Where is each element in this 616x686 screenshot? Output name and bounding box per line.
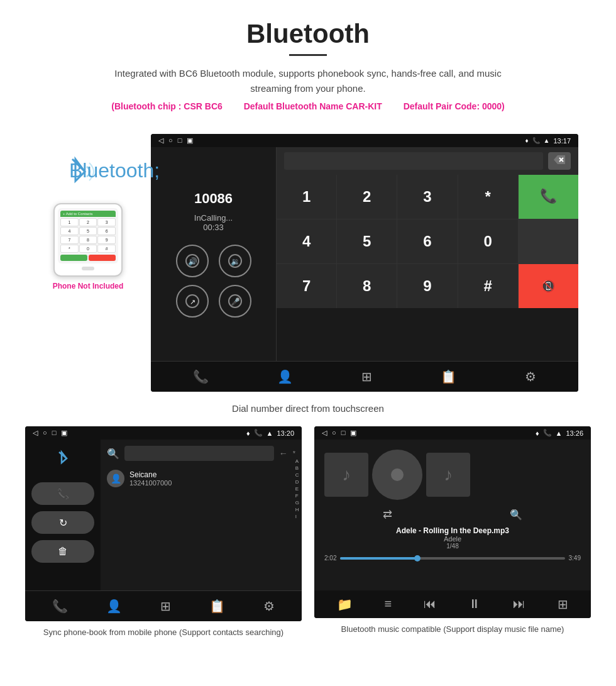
pb-nav-settings[interactable]: ⚙ — [263, 599, 275, 614]
phone-key-hash[interactable]: # — [97, 245, 116, 253]
pb-nav-dialpad[interactable]: ⊞ — [160, 599, 171, 614]
phone-side: Bluetooth; + Add to Contacts 1 2 3 4 5 6 — [38, 134, 138, 290]
pb-phone-nav-btn[interactable]: 📞 — [31, 482, 94, 505]
pb-delete-nav-btn[interactable]: 🗑 — [31, 540, 94, 563]
pb-contact-item[interactable]: 👤 Seicane 13241007000 — [107, 466, 295, 491]
volume-up-button[interactable]: 🔊 — [176, 245, 209, 277]
pb-home-nav[interactable]: ○ — [43, 429, 47, 437]
phone-key-2[interactable]: 2 — [79, 218, 97, 226]
transfer-button[interactable]: ↗ — [176, 285, 209, 318]
phone-key-0[interactable]: 0 — [79, 245, 97, 253]
progress-bar[interactable] — [340, 557, 564, 560]
music-back-nav[interactable]: ◁ — [322, 429, 327, 437]
music-screen-nav[interactable]: ▣ — [350, 429, 356, 437]
dial-key-3[interactable]: 3 — [397, 175, 457, 219]
dial-key-4[interactable]: 4 — [277, 219, 336, 263]
bluetooth-symbol-icon: Bluetooth; — [69, 159, 160, 182]
wifi-icon: ▲ — [544, 137, 550, 144]
nav-dialpad-icon[interactable]: ⊞ — [361, 369, 372, 384]
pb-nav-contacts[interactable]: 👤 — [106, 599, 122, 614]
pb-search-input[interactable] — [124, 446, 274, 461]
dial-key-5[interactable]: 5 — [337, 219, 397, 263]
pb-back-nav[interactable]: ◁ — [33, 429, 38, 437]
dial-key-0[interactable]: 0 — [458, 219, 518, 263]
song-artist: Adele — [324, 535, 581, 543]
search-music-icon[interactable]: 🔍 — [510, 509, 522, 521]
pb-time: 13:20 — [277, 429, 294, 437]
pb-recents-nav[interactable]: □ — [52, 429, 57, 437]
pb-sync-nav-btn[interactable]: ↻ — [31, 511, 94, 534]
phone-key-1[interactable]: 1 — [60, 218, 79, 226]
total-time: 3:49 — [569, 555, 581, 562]
phone-call-button[interactable] — [60, 255, 87, 261]
music-caption-text: Bluetooth music compatible (Support disp… — [341, 624, 564, 634]
screenshot-nav-icon[interactable]: ▣ — [187, 136, 193, 145]
alpha-g: G — [295, 500, 299, 506]
music-nav-play[interactable]: ⏸ — [468, 597, 481, 612]
pb-nav-calls[interactable]: 📞 — [52, 599, 68, 614]
music-nav-next[interactable]: ⏭ — [513, 597, 525, 612]
phone-key-3[interactable]: 3 — [97, 218, 116, 226]
caller-number: 10086 — [163, 191, 263, 207]
music-nav-list[interactable]: ≡ — [385, 597, 392, 612]
pb-search-row: 🔍 ← * — [107, 446, 295, 461]
phone-key-9[interactable]: 9 — [97, 236, 116, 244]
pb-back-icon[interactable]: ← — [279, 448, 288, 458]
dial-key-hash[interactable]: # — [458, 264, 518, 308]
pb-contact-details: Seicane 13241007000 — [129, 470, 172, 487]
phone-home-button[interactable] — [82, 267, 94, 270]
nav-contacts-icon[interactable]: 👤 — [277, 369, 293, 384]
volume-down-button[interactable]: 🔉 — [219, 245, 251, 277]
pb-nav-messages[interactable]: 📋 — [209, 599, 225, 614]
controls-row-2: ↗ 🎤 — [176, 285, 251, 318]
music-nav-folder[interactable]: 📁 — [337, 597, 353, 612]
alpha-b: B — [295, 465, 299, 471]
backspace-button[interactable] — [548, 152, 571, 170]
phone-key-star[interactable]: * — [60, 245, 79, 253]
dial-key-8[interactable]: 8 — [337, 264, 397, 308]
pb-caption-text: Sync phone-book from mobile phone (Suppo… — [43, 628, 283, 637]
call-controls: 🔊 🔉 ↗ 🎤 — [163, 245, 263, 318]
phone-key-6[interactable]: 6 — [97, 227, 116, 235]
music-call-icon: 📞 — [543, 429, 552, 437]
phone-not-included-label: Phone Not Included — [53, 282, 124, 290]
call-accept-button[interactable]: 📞 — [519, 175, 578, 219]
music-progress: 2:02 3:49 — [324, 555, 581, 562]
call-icon: 📞 — [532, 137, 540, 144]
dial-key-1[interactable]: 1 — [277, 175, 336, 219]
nav-calls-icon[interactable]: 📞 — [193, 369, 209, 384]
dial-key-6[interactable]: 6 — [397, 219, 457, 263]
music-nav-prev[interactable]: ⏮ — [424, 597, 436, 612]
phone-key-7[interactable]: 7 — [60, 236, 79, 244]
nav-messages-icon[interactable]: 📋 — [441, 369, 456, 384]
call-timer: 00:33 — [163, 223, 263, 232]
phone-bottom-buttons — [60, 255, 116, 261]
call-end-button[interactable]: 📵 — [519, 264, 578, 308]
shuffle-icon[interactable]: ⇄ — [383, 507, 392, 521]
back-nav-icon[interactable]: ◁ — [158, 136, 163, 145]
mic-button[interactable]: 🎤 — [219, 285, 251, 318]
phone-key-8[interactable]: 8 — [79, 236, 97, 244]
music-nav-eq[interactable]: ⊞ — [558, 597, 568, 612]
phonebook-item: ◁ ○ □ ▣ ♦ 📞 ▲ 13:20 📞 — [25, 426, 302, 641]
phone-key-4[interactable]: 4 — [60, 227, 79, 235]
nav-settings-icon[interactable]: ⚙ — [525, 369, 536, 384]
phone-end-button[interactable] — [89, 255, 116, 261]
recents-nav-icon[interactable]: □ — [178, 136, 182, 145]
main-caption: Dial number direct from touchscreen — [0, 398, 616, 426]
dial-key-star[interactable]: * — [458, 175, 518, 219]
phone-key-5[interactable]: 5 — [79, 227, 97, 235]
right-panel: 1 2 3 * 📞 4 5 6 0 7 8 9 # 📵 — [277, 147, 578, 361]
dial-key-9[interactable]: 9 — [397, 264, 457, 308]
dial-key-2[interactable]: 2 — [337, 175, 397, 219]
music-top: ♪ ♪ — [324, 450, 581, 500]
music-home-nav[interactable]: ○ — [332, 429, 336, 437]
home-nav-icon[interactable]: ○ — [168, 136, 173, 145]
dialpad-input-row — [277, 147, 578, 175]
music-recents-nav[interactable]: □ — [341, 429, 346, 437]
pb-nav-icons: ◁ ○ □ ▣ — [33, 429, 67, 437]
dial-key-7[interactable]: 7 — [277, 264, 336, 308]
pb-screen-nav[interactable]: ▣ — [61, 429, 67, 437]
status-right: ♦ 📞 ▲ 13:17 — [525, 137, 571, 145]
progress-fill — [340, 557, 419, 560]
